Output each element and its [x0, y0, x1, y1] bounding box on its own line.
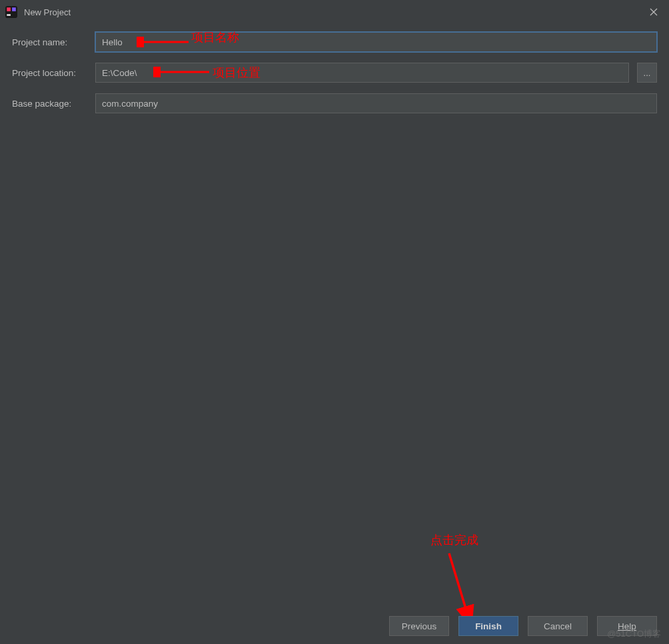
cancel-button[interactable]: Cancel: [528, 616, 588, 636]
previous-button[interactable]: Previous: [389, 616, 449, 636]
window-title: New Project: [24, 7, 644, 17]
browse-location-button[interactable]: ...: [637, 63, 657, 83]
project-name-row: Project name:: [12, 32, 657, 52]
svg-rect-1: [7, 7, 11, 11]
watermark: @51CTO博客: [607, 628, 661, 640]
arrow-finish: [443, 550, 476, 617]
project-name-input[interactable]: [95, 32, 657, 52]
base-package-label: Base package:: [12, 99, 95, 109]
svg-line-11: [449, 553, 466, 609]
project-name-label: Project name:: [12, 37, 95, 47]
project-location-label: Project location:: [12, 68, 95, 78]
close-icon: [650, 8, 658, 16]
form-content: Project name: Project location: ... Base…: [0, 24, 669, 113]
annotation-finish: 点击完成: [430, 532, 478, 548]
project-location-row: Project location: ...: [12, 63, 657, 83]
finish-button[interactable]: Finish: [458, 616, 518, 636]
base-package-row: Base package:: [12, 93, 657, 113]
app-icon: [5, 6, 17, 18]
close-button[interactable]: [644, 2, 664, 22]
titlebar: New Project: [0, 0, 669, 24]
svg-rect-2: [12, 7, 16, 11]
project-location-input[interactable]: [95, 63, 629, 83]
svg-rect-3: [7, 14, 11, 15]
base-package-input[interactable]: [95, 93, 657, 113]
